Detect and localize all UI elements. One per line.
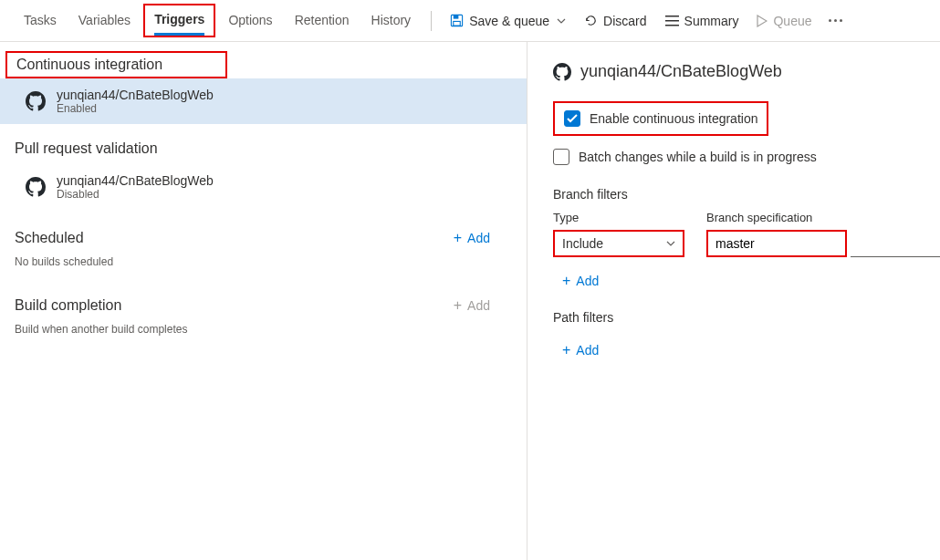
pr-repo-name: yunqian44/CnBateBlogWeb [57, 173, 214, 188]
ci-repo-status: Enabled [57, 102, 214, 115]
github-icon [26, 91, 46, 111]
save-queue-button[interactable]: Save & queue [441, 7, 575, 35]
type-select[interactable]: Include [553, 230, 684, 257]
svg-rect-2 [454, 21, 461, 26]
scheduled-heading: Scheduled [15, 230, 84, 246]
undo-icon [584, 14, 598, 27]
pr-repo-item[interactable]: yunqian44/CnBateBlogWeb Disabled [0, 164, 527, 210]
build-completion-heading: Build completion [15, 297, 121, 314]
save-icon [450, 14, 464, 27]
panel-header: yunqian44/CnBateBlogWeb [553, 62, 940, 81]
chevron-down-icon [666, 241, 675, 246]
branch-spec-input[interactable] [715, 236, 838, 251]
summary-button[interactable]: Summary [656, 7, 748, 35]
scheduled-add-button[interactable]: + Add [454, 231, 490, 245]
plus-icon: + [562, 343, 570, 358]
scheduled-subtext: No builds scheduled [0, 254, 527, 277]
scheduled-section: Scheduled + Add No builds scheduled [0, 223, 527, 277]
svg-rect-4 [665, 20, 679, 22]
branch-spec-label: Branch specification [706, 211, 847, 224]
branch-underline [851, 230, 940, 257]
branch-filters-heading: Branch filters [553, 187, 940, 202]
github-icon [553, 63, 571, 81]
tab-history[interactable]: History [360, 0, 423, 41]
github-icon [26, 177, 46, 197]
save-queue-label: Save & queue [469, 14, 549, 28]
type-label: Type [553, 211, 684, 224]
type-value: Include [562, 236, 603, 251]
build-completion-add-label: Add [467, 298, 490, 313]
queue-button: Queue [747, 7, 820, 35]
pr-repo-status: Disabled [57, 188, 214, 201]
svg-rect-5 [665, 25, 679, 26]
continuous-integration-section: Continuous integration yunqian44/CnBateB… [0, 51, 527, 124]
chevron-down-icon [557, 18, 566, 24]
batch-changes-checkbox[interactable] [553, 149, 569, 165]
play-icon [757, 15, 768, 27]
path-filters-section: Path filters + Add [553, 310, 940, 363]
tab-options[interactable]: Options [217, 0, 283, 41]
scheduled-add-label: Add [467, 231, 490, 245]
pr-heading: Pull request validation [0, 133, 527, 164]
build-completion-add-button: + Add [454, 298, 490, 313]
plus-icon: + [454, 298, 462, 313]
toolbar-divider [431, 11, 432, 31]
panel-repo-title: yunqian44/CnBateBlogWeb [580, 62, 782, 81]
discard-label: Discard [603, 14, 646, 28]
branch-spec-input-wrapper [706, 230, 847, 257]
tab-tasks[interactable]: Tasks [13, 0, 68, 41]
enable-ci-checkbox[interactable] [564, 110, 580, 127]
branch-filters-add-button[interactable]: + Add [553, 268, 608, 294]
tab-triggers[interactable]: Triggers [154, 5, 204, 36]
path-filters-add-button[interactable]: + Add [553, 337, 608, 363]
ci-repo-name: yunqian44/CnBateBlogWeb [57, 88, 214, 102]
more-actions-button[interactable] [821, 7, 850, 35]
build-completion-subtext: Build when another build completes [0, 321, 527, 345]
plus-icon: + [562, 274, 570, 288]
svg-rect-3 [665, 16, 679, 17]
batch-changes-label[interactable]: Batch changes while a build is in progre… [579, 150, 817, 164]
queue-label: Queue [773, 14, 811, 28]
summary-label: Summary [684, 14, 739, 28]
branch-filters-add-label: Add [576, 274, 599, 288]
tab-variables[interactable]: Variables [68, 0, 141, 41]
enable-ci-label[interactable]: Enable continuous integration [590, 111, 757, 126]
build-completion-section: Build completion + Add Build when anothe… [0, 290, 527, 345]
branch-filters-section: Branch filters Type Include Branch speci… [553, 187, 940, 294]
path-filters-heading: Path filters [553, 310, 940, 325]
list-icon [665, 15, 679, 26]
batch-changes-row: Batch changes while a build is in progre… [553, 143, 940, 171]
tab-triggers-highlight-box: Triggers [143, 4, 215, 37]
ci-repo-item[interactable]: yunqian44/CnBateBlogWeb Enabled [0, 78, 527, 124]
discard-button[interactable]: Discard [575, 7, 655, 35]
ci-heading: Continuous integration [5, 51, 227, 78]
enable-ci-row: Enable continuous integration [553, 101, 768, 136]
svg-rect-1 [454, 16, 459, 19]
tab-retention[interactable]: Retention [284, 0, 360, 41]
plus-icon: + [454, 231, 462, 245]
path-filters-add-label: Add [576, 343, 599, 358]
pr-validation-section: Pull request validation yunqian44/CnBate… [0, 133, 527, 210]
